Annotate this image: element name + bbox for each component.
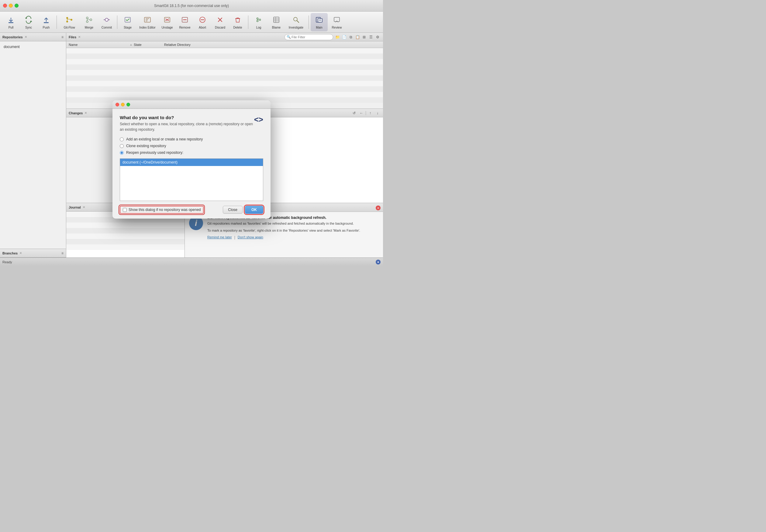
modal-radio-group: Add an existing local or create a new re… [120, 137, 263, 155]
ok-modal-button[interactable]: OK [245, 206, 263, 214]
file-row [66, 81, 383, 86]
modal-option-reopen[interactable]: Reopen previously used repository: [120, 150, 263, 155]
modal-close-button[interactable] [116, 103, 119, 106]
file-new-icon[interactable]: 📄 [341, 34, 347, 40]
radio-clone[interactable] [120, 144, 124, 148]
repo-list-item-0[interactable]: document (~/OneDrive/document) [120, 159, 263, 166]
log-label: Log [256, 26, 261, 29]
unstage-icon [162, 15, 172, 25]
filter-icon[interactable]: ⊞ [361, 34, 367, 40]
col-dir-header[interactable]: Relative Directory [164, 43, 381, 47]
svg-point-7 [90, 19, 92, 21]
maximize-button[interactable] [15, 4, 19, 8]
review-button[interactable]: Review [328, 13, 345, 31]
traffic-lights [3, 4, 19, 8]
delete-label: Delete [233, 26, 242, 29]
log-button[interactable]: Log [250, 13, 267, 31]
push-label: Push [43, 26, 50, 29]
discard-label: Discard [215, 26, 225, 29]
push-button[interactable]: Push [38, 13, 55, 31]
notification-close-icon[interactable]: ✕ [376, 206, 381, 210]
left-panel: Repositories ✕ ≡ document Branches ✕ ≡ [0, 33, 66, 257]
gitflow-button[interactable]: Git-Flow [59, 13, 80, 31]
modal-minimize-button[interactable] [121, 103, 125, 106]
repo-list-item-4[interactable] [120, 186, 263, 193]
copy-icon[interactable]: ⧉ [348, 34, 354, 40]
blame-label: Blame [272, 26, 281, 29]
journal-close-icon[interactable]: ✕ [83, 206, 85, 209]
merge-button[interactable]: Merge [81, 13, 98, 31]
discard-button[interactable]: Discard [212, 13, 229, 31]
stage-icon [123, 15, 133, 25]
radio-add[interactable] [120, 137, 124, 141]
col-name-header[interactable]: Name [69, 43, 129, 47]
option-add-label: Add an existing local or create a new re… [126, 137, 203, 141]
show-dialog-checkbox[interactable] [123, 208, 127, 212]
commit-button[interactable]: Commit [98, 13, 115, 31]
left-arrow-icon[interactable]: ← [358, 110, 364, 116]
modal-option-clone[interactable]: Clone existing repository [120, 144, 263, 148]
repositories-close-icon[interactable]: ✕ [25, 35, 27, 39]
investigate-icon [291, 15, 301, 25]
files-area: Files ✕ 🔍 📁 📄 ⧉ 📋 ⊞ ☰ ⚙ [66, 33, 383, 109]
repo-list-item-2[interactable] [120, 173, 263, 179]
repositories-tab: Repositories ✕ ≡ [0, 33, 66, 41]
remind-later-link[interactable]: Remind me later [207, 235, 232, 240]
close-modal-button[interactable]: Close [223, 206, 243, 214]
repo-list-item-3[interactable] [120, 179, 263, 186]
sep3 [248, 16, 248, 29]
remove-icon [180, 15, 190, 25]
file-filter-input[interactable] [285, 34, 333, 40]
pull-button[interactable]: Pull [2, 13, 19, 31]
modal-maximize-button[interactable] [126, 103, 130, 106]
files-close-icon[interactable]: ✕ [78, 35, 81, 39]
investigate-button[interactable]: Investigate [285, 13, 307, 31]
main-icon [314, 15, 324, 25]
branches-close-icon[interactable]: ✕ [19, 251, 22, 255]
modal-option-add[interactable]: Add an existing local or create a new re… [120, 137, 263, 141]
status-right: ● [376, 260, 381, 264]
repositories-menu-icon[interactable]: ≡ [61, 35, 64, 39]
file-row [66, 64, 383, 70]
unstage-button[interactable]: Unstage [159, 13, 176, 31]
index-editor-button[interactable]: Index Editor [137, 13, 158, 31]
stage-button[interactable]: Stage [119, 13, 136, 31]
svg-point-2 [66, 17, 68, 19]
abort-icon [198, 15, 207, 25]
main-button[interactable]: Main [311, 13, 328, 31]
stage-label: Stage [124, 26, 132, 29]
file-row [66, 54, 383, 59]
changes-close-icon[interactable]: ✕ [85, 111, 87, 115]
abort-button[interactable]: Abort [194, 13, 211, 31]
sync-button[interactable]: Sync [20, 13, 37, 31]
branches-menu-icon[interactable]: ≡ [61, 251, 64, 255]
sync-icon [24, 15, 33, 25]
dont-show-link[interactable]: Don't show again [238, 235, 263, 240]
close-button[interactable] [3, 4, 7, 8]
journal-tab-label: Journal [69, 206, 81, 209]
files-rows [66, 48, 383, 109]
paste-icon[interactable]: 📋 [354, 34, 361, 40]
blame-button[interactable]: Blame [268, 13, 285, 31]
notification-body1: Git repositories marked as 'favorites' w… [207, 221, 379, 226]
repository-item[interactable]: document [2, 44, 64, 50]
abort-label: Abort [199, 26, 206, 29]
up-icon[interactable]: ↑ [367, 110, 373, 116]
view-icon[interactable]: ☰ [368, 34, 374, 40]
remove-button[interactable]: Remove [176, 13, 193, 31]
delete-button[interactable]: Delete [229, 13, 246, 31]
col-state-header[interactable]: State [134, 43, 164, 47]
down-icon[interactable]: ↓ [374, 110, 381, 116]
refresh-icon[interactable]: ↺ [351, 110, 357, 116]
index-editor-label: Index Editor [139, 26, 155, 29]
minimize-button[interactable] [9, 4, 13, 8]
commit-label: Commit [102, 26, 112, 29]
radio-reopen[interactable] [120, 151, 124, 155]
settings-icon[interactable]: ⚙ [374, 34, 381, 40]
notification-area: i 1/2: Mark repositories as 'favorite' f… [185, 212, 383, 257]
option-reopen-label: Reopen previously used repository: [126, 150, 183, 155]
repo-list-item-1[interactable] [120, 166, 263, 173]
status-text: Ready [2, 260, 12, 264]
gitflow-icon [64, 15, 74, 25]
folder-open-icon[interactable]: 📁 [334, 34, 340, 40]
